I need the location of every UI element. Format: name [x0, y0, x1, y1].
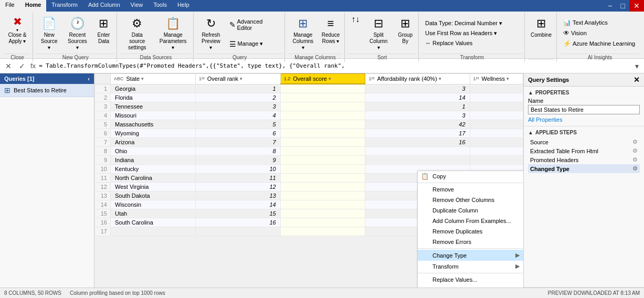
cell-wellness	[470, 111, 523, 120]
sidebar-collapse-button[interactable]: ‹	[88, 76, 90, 82]
qs-step-promoted-label: Promoted Headers	[530, 157, 578, 163]
maximize-btn[interactable]: □	[617, 0, 629, 12]
recent-sources-button[interactable]: 🕐 RecentSources ▾	[63, 14, 91, 52]
col-type-wellness-icon: 1²³	[473, 76, 479, 81]
query-settings-close-button[interactable]: ✕	[634, 76, 640, 84]
cell-afford: 17	[365, 129, 470, 137]
qs-step-changed-type[interactable]: Changed Type ⚙	[528, 164, 640, 173]
ctx-replace-values[interactable]: Replace Values...	[418, 274, 523, 285]
replace-values-ribbon-button[interactable]: ↔ Replace Values	[422, 39, 476, 47]
content-area: ABC State ▾ 1²³ Overall rank ▾	[94, 73, 523, 288]
ctx-remove[interactable]: Remove	[418, 184, 523, 195]
ctx-remove-other[interactable]: Remove Other Columns	[418, 195, 523, 205]
azure-ml-button[interactable]: ⚡ Azure Machine Learning	[560, 39, 638, 48]
col-filter-rank[interactable]: ▾	[240, 76, 242, 81]
cell-score	[280, 111, 365, 120]
reduce-rows-label: ReduceRows ▾	[322, 32, 340, 45]
qs-step-changed-type-gear[interactable]: ⚙	[632, 165, 638, 172]
vision-button[interactable]: 👁 Vision	[560, 28, 590, 38]
manage-parameters-button[interactable]: 📋 ManageParameters ▾	[155, 14, 191, 52]
ctx-transform[interactable]: Transform ▶	[418, 261, 523, 272]
qs-step-promoted[interactable]: Promoted Headers ⚙	[528, 155, 640, 164]
cell-rank: 15	[195, 209, 280, 218]
cell-afford: 16	[365, 137, 470, 146]
col-header-affordability[interactable]: 1²³ Affordability rank (40%) ▾	[365, 74, 470, 84]
manage-columns-button[interactable]: ⊞ ManageColumns ▾	[288, 14, 318, 52]
formula-expand-button[interactable]: ▾	[633, 62, 641, 70]
col-header-overall-rank[interactable]: 1²³ Overall rank ▾	[195, 74, 280, 84]
formula-accept-button[interactable]: ✓	[17, 62, 27, 70]
qs-step-source[interactable]: Source ⚙	[528, 137, 640, 146]
table-row: 1 Georgia 1 3	[95, 84, 523, 93]
combine-button[interactable]: ⊞ Combine	[528, 14, 554, 40]
tab-help[interactable]: Help	[172, 0, 195, 12]
cell-rank: 12	[195, 182, 280, 191]
cell-score	[280, 173, 365, 182]
col-filter-state[interactable]: ▾	[141, 76, 144, 81]
use-first-row-label: Use First Row as Headers ▾	[425, 30, 497, 37]
data-type-button[interactable]: Data Type: Decimal Number ▾	[422, 19, 505, 28]
qs-name-row: Name	[528, 98, 640, 114]
col-filter-score[interactable]: ▾	[329, 76, 331, 81]
qs-name-input[interactable]	[528, 105, 640, 114]
col-label-wellness: Wellness	[482, 76, 505, 82]
ctx-change-type-arrow: ▶	[515, 252, 520, 259]
combine-label: Combine	[531, 32, 552, 38]
data-source-settings-button[interactable]: ⚙ Data sourcesettings	[120, 14, 154, 52]
ctx-add-from-examples[interactable]: Add Column From Examples...	[418, 216, 523, 226]
combine-group-label	[528, 59, 554, 61]
qs-step-source-gear[interactable]: ⚙	[632, 139, 638, 145]
advanced-editor-button[interactable]: ✎ Advanced Editor	[226, 17, 282, 32]
sidebar-item-best-states[interactable]: ⊞ Best States to Retire	[0, 84, 94, 97]
close-apply-button[interactable]: ✖ ▾ Close &Apply ▾	[4, 14, 30, 46]
qs-step-promoted-gear[interactable]: ⚙	[632, 156, 638, 163]
sort-asc-button[interactable]: ↑↓	[348, 14, 363, 25]
cell-rank: 11	[195, 173, 280, 182]
minimize-btn[interactable]: −	[604, 0, 616, 12]
ctx-replace-errors[interactable]: Replace Errors...	[418, 285, 523, 288]
cell-row-num: 1	[95, 84, 111, 93]
tab-transform[interactable]: Transform	[46, 0, 83, 12]
ribbon-tabs: File Home Transform Add Column View Tool…	[0, 0, 644, 12]
cell-row-num: 14	[95, 200, 111, 209]
col-header-wellness[interactable]: 1²³ Wellness ▾	[470, 74, 523, 84]
close-btn[interactable]: ✕	[629, 0, 644, 12]
text-analytics-button[interactable]: 📊 Text Analytics	[560, 18, 611, 27]
ribbon-group-transform: Data Type: Decimal Number ▾ Use First Ro…	[420, 13, 525, 62]
replace-values-ribbon-label: ↔ Replace Values	[425, 40, 472, 46]
qs-all-properties-link[interactable]: All Properties	[528, 116, 562, 123]
col-header-overall-score[interactable]: 1.2 Overall score ▾	[280, 74, 365, 84]
col-filter-wellness[interactable]: ▾	[506, 76, 509, 81]
use-first-row-button[interactable]: Use First Row as Headers ▾	[422, 29, 500, 38]
reduce-rows-button[interactable]: ≡ ReduceRows ▾	[319, 14, 342, 46]
qs-step-extracted[interactable]: Extracted Table From Html ⚙	[528, 146, 640, 155]
cell-afford: 1	[365, 102, 470, 111]
qs-step-extracted-gear[interactable]: ⚙	[632, 147, 638, 154]
manage-button[interactable]: ☰ Manage ▾	[226, 39, 282, 49]
tab-tools[interactable]: Tools	[148, 0, 172, 12]
refresh-preview-button[interactable]: ↻ RefreshPreview ▾	[197, 14, 225, 52]
tab-home[interactable]: Home	[20, 0, 47, 12]
cell-score	[280, 209, 365, 218]
formula-cancel-button[interactable]: ✕	[3, 62, 14, 70]
cell-rank: 2	[195, 93, 280, 102]
ctx-copy[interactable]: 📋 Copy	[418, 171, 523, 182]
tab-view[interactable]: View	[125, 0, 149, 12]
group-by-button[interactable]: ⊞ GroupBy	[394, 14, 416, 46]
tab-file[interactable]: File	[0, 0, 20, 12]
qs-step-changed-type-label: Changed Type	[530, 166, 569, 172]
cell-wellness	[470, 129, 523, 137]
ctx-remove-duplicates[interactable]: Remove Duplicates	[418, 226, 523, 237]
cell-rank: 13	[195, 191, 280, 200]
ctx-change-type[interactable]: Change Type ▶ ✓ Decimal Number Fixed dec…	[418, 250, 523, 261]
cell-score	[280, 155, 365, 164]
tab-add-column[interactable]: Add Column	[83, 0, 125, 12]
col-header-state[interactable]: ABC State ▾	[111, 74, 196, 84]
col-filter-afford[interactable]: ▾	[439, 76, 441, 81]
formula-bar-input[interactable]	[39, 62, 630, 69]
enter-data-button[interactable]: ⊞ EnterData	[93, 14, 115, 46]
new-source-button[interactable]: 📄 NewSource ▾	[36, 14, 62, 52]
ctx-duplicate[interactable]: Duplicate Column	[418, 205, 523, 216]
ctx-remove-errors[interactable]: Remove Errors	[418, 237, 523, 247]
split-column-button[interactable]: ⊟ SplitColumn ▾	[365, 14, 392, 52]
